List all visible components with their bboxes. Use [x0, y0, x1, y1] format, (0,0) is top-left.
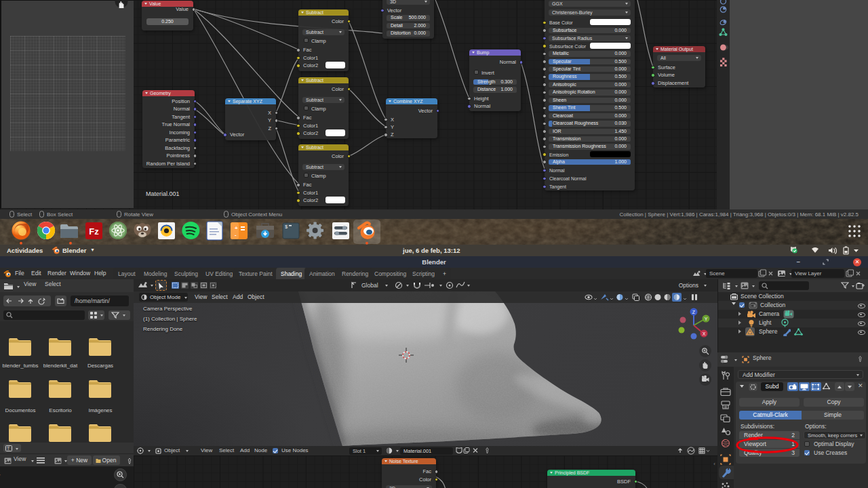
svg-text:X: X: [703, 331, 706, 336]
svg-text:Z: Z: [692, 310, 696, 314]
svg-text:Fz: Fz: [89, 226, 99, 237]
svg-text:-: -: [235, 232, 237, 238]
svg-text:T: T: [7, 446, 10, 451]
svg-text:Y: Y: [705, 317, 708, 321]
svg-text:+: +: [235, 225, 238, 231]
svg-text:$: $: [285, 224, 288, 230]
